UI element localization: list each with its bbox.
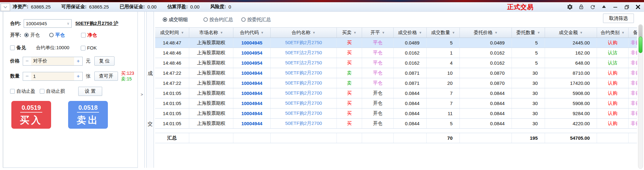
close-icon[interactable]	[635, 3, 641, 10]
summary-cell-offset	[362, 133, 394, 143]
gear-icon[interactable]	[566, 3, 573, 10]
trade-row[interactable]: 14:47:22上海股票期权1000494450ETF购2月2700卖平仓0.0…	[155, 68, 637, 78]
column-header-type[interactable]: 合约类别▼	[597, 28, 629, 38]
restore-icon[interactable]	[623, 3, 630, 10]
pin-icon[interactable]	[600, 3, 607, 10]
quantity-unit-label: 张	[86, 73, 91, 79]
column-header-order_price[interactable]: 委托价格▼	[460, 28, 512, 38]
trade-row[interactable]: 14:48:47上海股票期权1000494550ETF购2月2750买平仓0.0…	[155, 38, 637, 48]
price-value[interactable]: 对手价	[31, 57, 74, 65]
plus-icon[interactable]: +	[74, 58, 82, 64]
tab-summary-by-contract[interactable]: 按合约汇总	[203, 17, 233, 23]
minimize-icon[interactable]	[612, 3, 619, 10]
contract-name-link[interactable]: 50ETF购2月2750 沪	[75, 21, 118, 26]
cell-type: 认购	[597, 68, 629, 78]
cell-code: 10004944	[233, 98, 271, 108]
fok-checkbox[interactable]: FOK	[81, 45, 97, 50]
tab-summary-by-order[interactable]: 按委托汇总	[241, 17, 271, 23]
summary-cell-qty: 70	[427, 133, 460, 143]
sell-button[interactable]: 0.0518 卖出	[68, 101, 108, 129]
vertical-scrollbar[interactable]	[638, 24, 643, 169]
cell-name: 50ETF购2月2700	[271, 68, 337, 78]
cell-amount: 9284.00	[545, 108, 597, 118]
sell-price: 0.0518	[77, 104, 99, 113]
column-header-name[interactable]: 合约名称▼	[271, 28, 337, 38]
filter-icon[interactable]: ▼	[382, 31, 385, 34]
filter-icon[interactable]: ▼	[354, 31, 357, 34]
lock-icon[interactable]	[578, 3, 585, 10]
quantity-value[interactable]: 1	[31, 72, 74, 80]
trade-row[interactable]: 14:01:05上海股票期权1000494450ETF购2月2700买开仓0.0…	[155, 119, 637, 129]
trade-row[interactable]: 14:47:22上海股票期权1000494450ETF购2月2700卖平仓0.0…	[155, 78, 637, 88]
cell-side: 买	[337, 48, 362, 58]
filter-icon[interactable]: ▼	[181, 31, 184, 34]
price-row: 价格 − 对手价 + 元 复 位	[10, 56, 114, 66]
cell-time: 14:48:46	[155, 48, 189, 58]
cell-price: 0.0871	[394, 68, 427, 78]
column-header-side[interactable]: 买卖▼	[337, 28, 362, 38]
filter-icon[interactable]: ▼	[452, 31, 455, 34]
column-header-label: 成交数量	[431, 30, 450, 36]
collapse-arrow[interactable]: >	[141, 92, 143, 97]
fok-label: FOK	[87, 45, 97, 50]
trades-vertical-tab[interactable]: 成 交	[146, 12, 154, 168]
open-position-radio[interactable]: 开仓	[24, 32, 40, 38]
check-openable-button[interactable]: 查可开	[94, 72, 118, 81]
close-position-radio[interactable]: 平仓	[49, 32, 65, 38]
column-header-code[interactable]: 合约代码▼	[233, 28, 271, 38]
column-header-order_qty[interactable]: 委托数量▼	[512, 28, 545, 38]
minus-icon[interactable]: −	[23, 58, 31, 64]
close-position-label: 平仓	[55, 32, 65, 38]
cell-order_qty: 5	[512, 48, 545, 58]
cell-offset: 平仓	[362, 68, 394, 78]
filter-icon[interactable]: ▼	[261, 31, 264, 34]
buy-button[interactable]: 0.0519 买入	[11, 101, 51, 129]
auto-stop-loss-checkbox[interactable]: 自动止损	[40, 88, 65, 94]
minus-icon[interactable]: −	[23, 73, 31, 79]
toolbar-collapse-dropdown[interactable]	[1, 3, 10, 11]
filter-icon[interactable]: ▼	[220, 31, 223, 34]
contract-row: 合约: 10004945 ∨ 50ETF购2月2750 沪	[10, 19, 118, 28]
trade-row[interactable]: 14:01:05上海股票期权1000494450ETF购2月2700买开仓0.0…	[155, 108, 637, 119]
cell-type: 认购	[597, 88, 629, 98]
used-margin-stat: 已用保证金: 0.00	[120, 4, 156, 10]
column-header-label: 买卖	[342, 30, 352, 36]
trade-row[interactable]: 14:48:46上海股票期权1000495450ETF沽2月2750买平仓0.0…	[155, 48, 637, 58]
net-position-checkbox[interactable]: 净仓	[81, 32, 97, 38]
cell-qty: 10	[427, 68, 460, 78]
filter-icon[interactable]: ▼	[580, 31, 583, 34]
filter-icon[interactable]: ▼	[495, 31, 498, 34]
column-header-amount[interactable]: 成交金额▼	[545, 28, 597, 38]
column-header-label: 备兑	[633, 30, 637, 36]
auto-take-profit-checkbox[interactable]: 自动止盈	[10, 88, 35, 94]
column-header-qty[interactable]: 成交数量▼	[427, 28, 460, 38]
radio-icon	[49, 33, 54, 37]
cell-order_price: 0.0844	[460, 119, 512, 128]
covered-checkbox[interactable]: 备兑	[10, 45, 26, 51]
cell-side: 卖	[337, 68, 362, 78]
filter-icon[interactable]: ▼	[537, 31, 540, 34]
column-header-offset[interactable]: 开平▼	[362, 28, 394, 38]
contract-select[interactable]: 10004945 ∨	[24, 19, 72, 28]
tab-trade-detail[interactable]: 成交明细	[163, 17, 188, 23]
trade-row[interactable]: 14:48:46上海股票期权1000495450ETF沽2月2750买平仓0.0…	[155, 58, 637, 68]
refresh-icon[interactable]	[589, 3, 596, 10]
cell-type: 认购	[597, 38, 629, 48]
column-header-covered[interactable]: 备兑	[629, 28, 637, 38]
settings-button[interactable]: 设 置	[78, 87, 102, 96]
filter-icon[interactable]: ▼	[313, 31, 316, 34]
reset-button[interactable]: 复 位	[94, 56, 114, 66]
plus-icon[interactable]: +	[74, 73, 82, 79]
column-header-market[interactable]: 市场名称▼	[189, 28, 233, 38]
column-header-price[interactable]: 成交价格▼	[394, 28, 427, 38]
trade-row[interactable]: 14:01:05上海股票期权1000494450ETF购2月2700买开仓0.0…	[155, 98, 637, 108]
cancel-filter-button[interactable]: 取消筛选	[603, 14, 634, 23]
filter-icon[interactable]: ▼	[419, 31, 422, 34]
vertical-tab-char: 交	[147, 121, 154, 127]
scrollbar-thumb[interactable]	[639, 37, 642, 53]
filter-icon[interactable]: ▼	[622, 31, 625, 34]
trade-row[interactable]: 14:01:05上海股票期权1000494450ETF购2月2700买开仓0.0…	[155, 88, 637, 98]
column-header-time[interactable]: 成交时间▼	[155, 28, 189, 38]
cell-amount: 4220.00	[545, 119, 597, 128]
summary-label: 汇总	[155, 133, 189, 143]
